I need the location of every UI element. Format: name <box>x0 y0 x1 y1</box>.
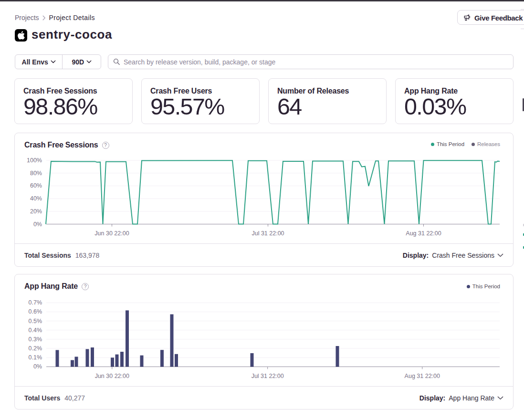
svg-text:0.2%: 0.2% <box>29 345 42 352</box>
svg-text:80%: 80% <box>30 170 42 177</box>
svg-text:Jun 30 22:00: Jun 30 22:00 <box>94 230 129 237</box>
svg-text:60%: 60% <box>30 182 42 189</box>
svg-text:40%: 40% <box>30 195 42 202</box>
svg-text:0.6%: 0.6% <box>29 308 42 315</box>
svg-text:Jun 30 22:00: Jun 30 22:00 <box>95 373 129 379</box>
svg-text:0.7%: 0.7% <box>29 299 42 306</box>
svg-text:Aug 31 22:00: Aug 31 22:00 <box>406 230 441 237</box>
svg-text:0%: 0% <box>33 363 42 370</box>
svg-text:Jul 31 22:00: Jul 31 22:00 <box>252 373 284 379</box>
svg-text:0.1%: 0.1% <box>29 354 42 361</box>
svg-text:Aug 31 22:00: Aug 31 22:00 <box>405 373 440 379</box>
svg-text:20%: 20% <box>30 208 42 215</box>
svg-text:Jul 31 22:00: Jul 31 22:00 <box>252 230 284 237</box>
svg-text:100%: 100% <box>27 157 42 164</box>
svg-text:0.4%: 0.4% <box>29 327 42 334</box>
svg-text:0.5%: 0.5% <box>29 318 42 325</box>
svg-text:0%: 0% <box>33 221 42 228</box>
svg-text:0.3%: 0.3% <box>29 336 42 343</box>
